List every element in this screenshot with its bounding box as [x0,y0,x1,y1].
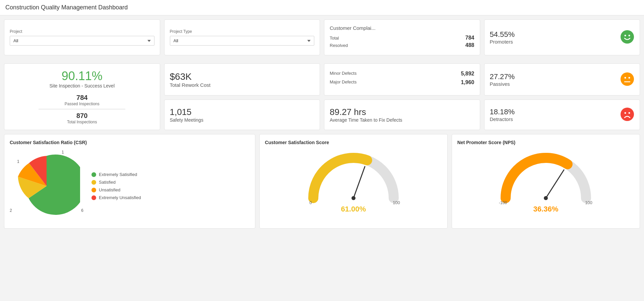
complaints-resolved-value: 488 [465,42,474,48]
csr-legend: Extremely Satisified Satisfied Unsatisfi… [91,172,141,200]
css-min-label: 0 [309,200,312,205]
legend-extremely-unsatisfied: Extremely Unsatisfied [91,195,141,200]
csr-pie-chart: 1 1 2 6 [10,149,83,223]
avg-time-label: Average Time Taken to Fix Defects [330,117,474,123]
page-title: Construction Quality Management Dashboar… [5,4,639,11]
inspection-title: Site Inspection - Success Level [49,83,115,88]
legend-satisfied: Satisfied [91,180,141,185]
nps-max-label: 100 [585,200,592,205]
inspection-passed-label: Passed Inspections [65,102,100,106]
pie-label-1a: 1 [62,150,64,155]
css-max-label: 100 [393,200,400,205]
css-score-title: Customer Satisfaction Score [265,140,442,145]
project-type-select[interactable]: All [170,36,315,46]
css-needle [353,167,365,198]
promoters-pct: 54.55% [490,30,617,39]
nps-gauge-title: Net Promoter Score (NPS) [457,140,634,145]
legend-label-extremely-unsatisfied: Extremely Unsatisfied [99,195,141,200]
project-type-label: Project Type [170,29,315,34]
pie-label-2: 2 [10,208,12,213]
inspection-total-num: 870 [76,112,87,120]
legend-unsatisfied: Unsatisfied [91,187,141,192]
csr-card: Customer Satisfaction Ratio (CSR) 1 1 2 … [4,134,255,229]
minor-defects-label: Minor Defects [330,71,357,77]
defects-card: Minor Defects 5,892 Major Defects 1,960 [324,63,480,96]
nps-gauge-container: -100 100 36.36% [457,148,634,214]
legend-dot-orange [91,188,96,192]
svg-point-3 [621,72,634,86]
complaints-title: Customer Complai... [330,25,474,31]
svg-point-1 [625,35,626,37]
legend-label-unsatisfied: Unsatisfied [99,187,120,192]
nps-gauge-svg: -100 100 [496,148,596,205]
inspection-passed-num: 784 [76,94,87,102]
detractors-label: Detractors [490,116,617,122]
inspection-card: 90.11% Site Inspection - Success Level 7… [4,63,160,130]
css-score-pct: 61.00% [341,205,366,214]
nps-min-label: -100 [499,200,507,205]
safety-label: Safety Meetings [170,117,315,123]
rework-label: Total Rework Cost [170,82,315,88]
major-defects-label: Major Defects [330,79,357,85]
css-score-card: Customer Satisfaction Score 0 [259,134,448,229]
legend-label-satisfied: Satisfied [99,180,116,185]
promoters-label: Promoters [490,39,617,45]
major-defects-val: 1,960 [461,79,474,85]
legend-dot-red [91,195,96,200]
minor-defects-val: 5,892 [461,71,474,77]
svg-point-5 [629,77,630,78]
rework-amount: $63K [170,71,315,82]
svg-point-9 [629,112,630,114]
svg-point-2 [629,35,630,37]
complaints-total-label: Total [330,36,339,41]
svg-point-0 [621,30,634,44]
safety-card: 1,015 Safety Meetings [164,100,320,130]
promoters-face-icon [620,30,634,45]
inspection-divider [39,109,125,109]
detractors-face-icon [620,107,634,122]
css-needle-center [351,196,356,200]
nps-pct-label: 36.36% [533,205,559,214]
nps-gauge-card: Net Promoter Score (NPS) -100 100 [452,134,640,229]
svg-point-4 [625,77,626,78]
project-select[interactable]: All [10,36,154,46]
detractors-pct: 18.18% [490,108,617,116]
inspection-total-label: Total Inspections [67,120,97,124]
complaints-total-value: 784 [465,35,474,41]
safety-num: 1,015 [170,107,315,117]
legend-dot-yellow [91,180,96,185]
project-label: Project [10,29,154,34]
nps-needle-center [544,196,548,200]
pie-label-1b: 1 [17,159,19,164]
detractors-card: 18.18% Detractors [484,100,640,130]
avg-time-num: 89.27 hrs [330,107,474,117]
project-filter-card: Project All [4,19,160,55]
complaints-card: Customer Complai... Total 784 Resolved 4… [324,19,480,55]
passives-pct: 27.27% [490,72,617,81]
avg-time-card: 89.27 hrs Average Time Taken to Fix Defe… [324,100,480,130]
css-gauge-svg: 0 100 [303,148,404,205]
rework-card: $63K Total Rework Cost [164,63,320,96]
passives-face-icon [620,72,634,87]
svg-point-7 [621,108,634,121]
legend-dot-green [91,172,96,177]
css-gauge-container: 0 100 61.00% [265,148,442,214]
csr-title: Customer Satisfaction Ratio (CSR) [10,140,250,145]
pie-label-6: 6 [81,208,83,213]
legend-extremely-satisfied: Extremely Satisified [91,172,141,177]
passives-card: 27.27% Passives [484,63,640,96]
complaints-resolved-label: Resolved [330,43,348,48]
nps-needle [546,170,564,198]
svg-point-8 [625,112,626,114]
legend-label-extremely-satisfied: Extremely Satisified [99,172,137,177]
project-type-filter-card: Project Type All [164,19,320,55]
inspection-pct: 90.11% [62,69,103,83]
promoters-card: 54.55% Promoters [484,19,640,55]
passives-label: Passives [490,81,617,87]
